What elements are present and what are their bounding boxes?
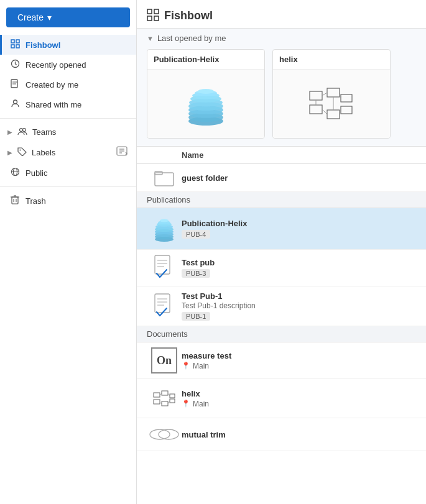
svg-point-10 bbox=[13, 100, 17, 104]
sidebar-trash-label: Trash bbox=[25, 196, 46, 206]
svg-rect-67 bbox=[155, 294, 170, 313]
sidebar-shared-label: Shared with me bbox=[25, 100, 81, 109]
sidebar-item-recently-opened[interactable]: Recently opened bbox=[0, 55, 136, 75]
person-icon bbox=[9, 99, 21, 110]
tag-icon bbox=[17, 147, 27, 158]
sidebar-divider-2 bbox=[0, 186, 136, 187]
test-pub-1-badge: PUB-1 bbox=[182, 312, 210, 321]
sidebar-nav: Fishbowl Recently opened C bbox=[0, 35, 136, 504]
create-dropdown-arrow: ▾ bbox=[47, 12, 52, 22]
svg-rect-29 bbox=[154, 16, 159, 21]
trash-icon bbox=[9, 195, 21, 206]
file-row-measure-test[interactable]: On measure test 📍 Main bbox=[137, 342, 426, 379]
section-label-documents: Documents bbox=[137, 326, 426, 342]
last-opened-header[interactable]: ▼ Last opened by me bbox=[137, 29, 426, 47]
svg-line-6 bbox=[15, 64, 17, 65]
main-header: Fishbowl bbox=[137, 0, 426, 29]
teams-arrow-icon: ▶ bbox=[7, 129, 12, 135]
pub-helix-badge: PUB-4 bbox=[182, 230, 210, 239]
svg-rect-0 bbox=[11, 40, 14, 43]
svg-rect-28 bbox=[147, 16, 152, 21]
svg-line-46 bbox=[322, 93, 327, 96]
svg-point-11 bbox=[20, 129, 23, 132]
sidebar-item-created-by-me[interactable]: Created by me bbox=[0, 75, 136, 94]
guest-folder-info: guest folder bbox=[182, 173, 416, 183]
sidebar-item-labels[interactable]: ▶ Labels bbox=[0, 142, 136, 163]
svg-rect-40 bbox=[310, 91, 322, 100]
sidebar-recently-label: Recently opened bbox=[25, 60, 86, 70]
helix-doc-icon-cell bbox=[147, 384, 182, 413]
measure-test-loc-text: Main bbox=[193, 362, 209, 370]
sidebar-created-label: Created by me bbox=[25, 80, 78, 89]
svg-point-12 bbox=[23, 129, 26, 132]
test-pub-1-info: Test Pub-1 Test Pub-1 description PUB-1 bbox=[182, 291, 416, 321]
card-publication-helix[interactable]: Publication-Helix bbox=[147, 49, 265, 139]
sidebar-item-public[interactable]: Public bbox=[0, 163, 136, 183]
helix-doc-name: helix bbox=[182, 389, 416, 398]
file-row-test-pub[interactable]: Test pub PUB-3 bbox=[137, 250, 426, 286]
card-title-helix: helix bbox=[273, 50, 390, 70]
test-pub-1-name: Test Pub-1 bbox=[182, 291, 416, 301]
create-label: Create bbox=[17, 12, 44, 22]
file-row-test-pub-1[interactable]: Test Pub-1 Test Pub-1 description PUB-1 bbox=[137, 286, 426, 326]
helix-doc-info: helix 📍 Main bbox=[182, 389, 416, 408]
main-title-icon bbox=[147, 9, 159, 23]
guest-folder-name: guest folder bbox=[182, 173, 416, 183]
sidebar-item-teams[interactable]: ▶ Teams bbox=[0, 122, 136, 142]
sidebar-public-label: Public bbox=[25, 168, 47, 178]
last-opened-section: ▼ Last opened by me Publication-Helix bbox=[137, 29, 426, 147]
measure-test-icon-cell: On bbox=[147, 347, 182, 373]
svg-rect-72 bbox=[154, 400, 160, 404]
sidebar: Create ▾ Fishbowl bbox=[0, 0, 137, 504]
svg-rect-43 bbox=[327, 110, 340, 119]
file-row-mutual-trim[interactable]: mutual trim bbox=[137, 418, 426, 451]
folder-icon-cell bbox=[147, 169, 182, 186]
measure-test-info: measure test 📍 Main bbox=[182, 351, 416, 370]
clock-icon bbox=[9, 59, 21, 70]
mutual-trim-icon-cell bbox=[147, 423, 182, 446]
table-header: Name bbox=[137, 147, 426, 164]
test-pub-1-icon-cell bbox=[147, 293, 182, 319]
pub-helix-info: Publication-Helix PUB-4 bbox=[182, 219, 416, 239]
labels-add-icon[interactable] bbox=[116, 146, 129, 158]
test-pub-badge: PUB-3 bbox=[182, 269, 210, 278]
mutual-trim-info: mutual trim bbox=[182, 430, 416, 439]
table-area: Name guest folder Publications bbox=[137, 147, 426, 504]
sidebar-item-fishbowl[interactable]: Fishbowl bbox=[0, 35, 136, 55]
svg-rect-1 bbox=[16, 40, 19, 43]
labels-left: ▶ Labels bbox=[7, 147, 55, 158]
svg-rect-73 bbox=[162, 391, 168, 395]
svg-rect-27 bbox=[154, 9, 159, 14]
svg-rect-2 bbox=[11, 45, 14, 48]
svg-rect-71 bbox=[154, 393, 160, 397]
create-button[interactable]: Create ▾ bbox=[6, 7, 130, 27]
sidebar-labels-label: Labels bbox=[32, 148, 55, 157]
last-opened-arrow-icon: ▼ bbox=[147, 35, 154, 42]
file-row-helix-doc[interactable]: helix 📍 Main bbox=[137, 379, 426, 418]
test-pub-1-desc: Test Pub-1 description bbox=[182, 301, 416, 310]
location-pin-icon-1: 📍 bbox=[182, 362, 190, 370]
labels-arrow-icon: ▶ bbox=[7, 149, 12, 156]
svg-point-62 bbox=[160, 219, 169, 222]
svg-rect-45 bbox=[341, 106, 352, 114]
sidebar-item-shared-with-me[interactable]: Shared with me bbox=[0, 94, 136, 114]
test-pub-info: Test pub PUB-3 bbox=[182, 258, 416, 278]
file-icon bbox=[9, 79, 21, 90]
people-icon bbox=[17, 127, 27, 137]
svg-rect-3 bbox=[16, 45, 19, 48]
card-preview-helix bbox=[273, 70, 390, 138]
svg-point-82 bbox=[159, 429, 178, 439]
file-row-publication-helix[interactable]: Publication-Helix PUB-4 bbox=[137, 208, 426, 250]
pub-helix-icon-cell bbox=[147, 213, 182, 244]
location-pin-icon-2: 📍 bbox=[182, 400, 190, 408]
svg-rect-63 bbox=[155, 255, 170, 274]
card-helix[interactable]: helix bbox=[272, 49, 391, 139]
grid-icon bbox=[9, 39, 21, 50]
main-content: Fishbowl ▼ Last opened by me Publication… bbox=[137, 0, 426, 504]
svg-point-81 bbox=[150, 429, 170, 439]
svg-rect-74 bbox=[162, 401, 168, 406]
guest-folder-row[interactable]: guest folder bbox=[137, 164, 426, 192]
sidebar-item-trash[interactable]: Trash bbox=[0, 191, 136, 211]
svg-rect-21 bbox=[12, 197, 18, 204]
svg-point-13 bbox=[20, 149, 21, 150]
